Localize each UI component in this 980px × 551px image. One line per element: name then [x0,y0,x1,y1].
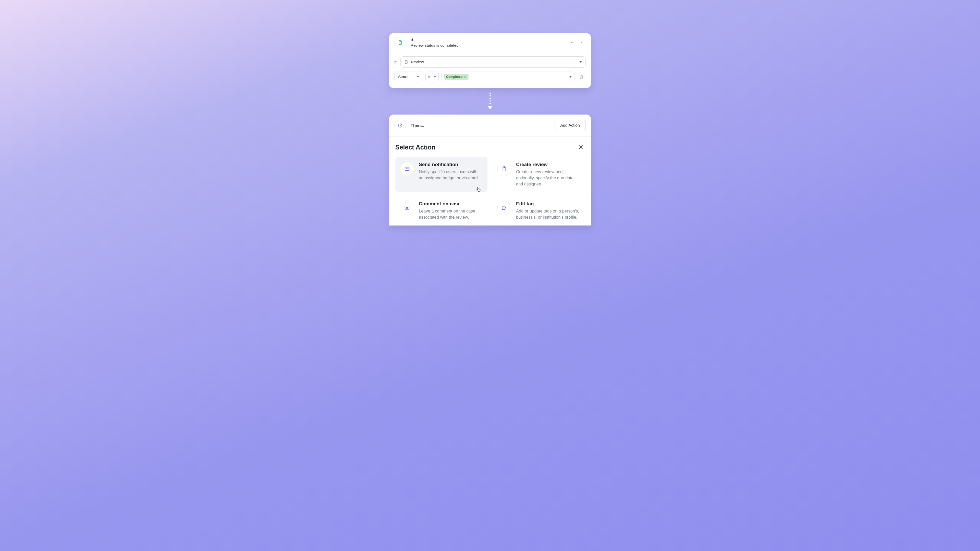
action-title: Send notification [419,162,483,167]
mail-icon [400,162,414,176]
comment-icon [400,201,414,215]
caret-down-icon [417,76,419,78]
delete-condition-button[interactable] [577,73,586,81]
select-action-header: Select Action [389,137,591,154]
arrow-down-icon [487,106,493,110]
operator-select-value: Is [428,75,431,79]
svg-point-2 [570,42,570,43]
then-card-header: Then... Add Action [389,114,591,137]
tag-icon [497,201,511,215]
then-title: Then... [410,123,555,128]
collapse-button[interactable] [578,38,586,47]
svg-point-3 [571,42,572,43]
if-title: If... [410,38,567,42]
action-comment-on-case[interactable]: Comment on case Leave a comment on the c… [395,196,487,225]
add-action-button[interactable]: Add Action [555,120,586,131]
close-icon [579,145,583,149]
action-edit-tag[interactable]: Edit tag Add or update tags on a person'… [493,196,585,225]
clipboard-icon [497,162,511,176]
clipboard-icon [394,37,406,48]
action-desc: Leave a comment on the case associated w… [419,208,483,221]
action-title: Comment on case [419,201,483,206]
value-select[interactable]: Completed [441,71,574,83]
entity-select-value: Review [411,60,424,64]
svg-point-10 [400,125,401,126]
action-desc: Create a new review and, optionally, spe… [516,169,580,187]
caret-down-icon [570,76,572,78]
if-prefix-label: If [394,60,398,64]
trash-icon [579,75,584,79]
svg-point-4 [573,42,573,43]
then-action-card: Then... Add Action Select Action Send no… [389,114,591,225]
field-select-value: Status [398,75,409,79]
entity-select[interactable]: Review [401,56,586,68]
caret-down-icon [434,76,436,78]
close-panel-button[interactable] [577,143,585,151]
remove-chip-button[interactable] [464,76,466,78]
actions-grid: Send notification Notify specific users,… [389,154,591,225]
action-desc: Notify specific users, users with an ass… [419,169,483,181]
select-action-title: Select Action [395,144,435,151]
if-card-body: If Review Status Is Completed [389,52,591,88]
action-loading-icon [394,120,406,131]
cursor-pointer-icon [476,187,481,193]
chevron-up-icon [579,41,584,44]
action-desc: Add or update tags on a person's, busine… [516,208,580,221]
field-select[interactable]: Status [394,71,423,83]
more-options-button[interactable] [567,38,576,47]
dots-horizontal-icon [569,40,574,45]
action-create-review[interactable]: Create review Create a new review and, o… [493,157,585,192]
if-card-header: If... Review status is completed [389,33,591,52]
value-chip-completed: Completed [444,74,469,80]
clipboard-icon [404,60,408,64]
caret-down-icon [579,61,582,63]
if-condition-card: If... Review status is completed If Revi… [389,33,591,88]
if-subtitle: Review status is completed [410,43,567,48]
action-send-notification[interactable]: Send notification Notify specific users,… [395,157,487,192]
action-title: Create review [516,162,580,167]
flow-connector [487,93,493,110]
close-icon [464,76,466,78]
if-title-block: If... Review status is completed [410,38,567,48]
operator-select[interactable]: Is [425,71,439,83]
action-title: Edit tag [516,201,580,206]
value-chip-label: Completed [446,75,463,79]
